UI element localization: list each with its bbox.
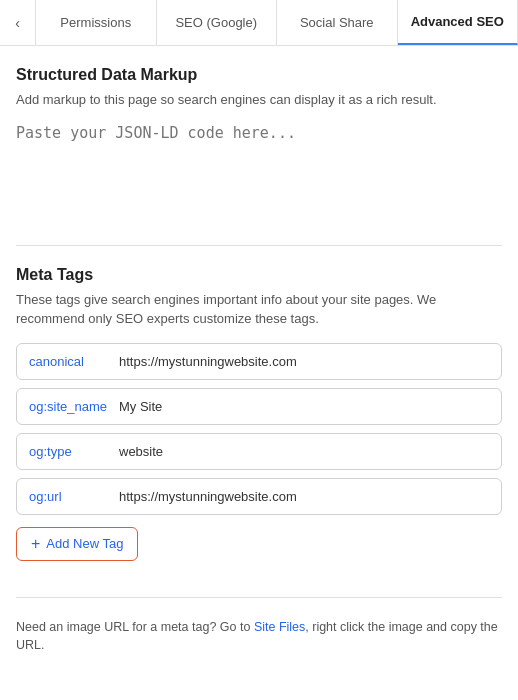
meta-tag-row-og-url[interactable]: og:url https://mystunningwebsite.com xyxy=(16,478,502,515)
meta-tags-title: Meta Tags xyxy=(16,266,502,284)
tab-advanced-seo[interactable]: Advanced SEO xyxy=(398,0,519,45)
footer-note-before: Need an image URL for a meta tag? Go to xyxy=(16,620,254,634)
json-ld-input[interactable] xyxy=(16,122,502,222)
back-icon: ‹ xyxy=(15,15,20,31)
meta-tag-row-canonical[interactable]: canonical https://mystunningwebsite.com xyxy=(16,343,502,380)
tab-seo-google[interactable]: SEO (Google) xyxy=(157,0,278,45)
meta-tag-value-og-url: https://mystunningwebsite.com xyxy=(119,489,297,504)
add-new-tag-button[interactable]: + Add New Tag xyxy=(16,527,138,561)
meta-tags-desc: These tags give search engines important… xyxy=(16,290,502,329)
tab-bar: ‹ Permissions SEO (Google) Social Share … xyxy=(0,0,518,46)
meta-tag-key-og-site-name: og:site_name xyxy=(29,399,119,414)
site-files-link[interactable]: Site Files xyxy=(254,620,305,634)
structured-data-section: Structured Data Markup Add markup to thi… xyxy=(16,66,502,225)
structured-data-desc: Add markup to this page so search engine… xyxy=(16,90,502,110)
meta-tag-key-og-url: og:url xyxy=(29,489,119,504)
meta-tag-value-og-site-name: My Site xyxy=(119,399,162,414)
meta-tag-row-og-type[interactable]: og:type website xyxy=(16,433,502,470)
section-divider xyxy=(16,245,502,246)
tab-social-share[interactable]: Social Share xyxy=(277,0,398,45)
plus-icon: + xyxy=(31,536,40,552)
tab-permissions[interactable]: Permissions xyxy=(36,0,157,45)
footer-divider xyxy=(16,597,502,598)
structured-data-title: Structured Data Markup xyxy=(16,66,502,84)
footer-note: Need an image URL for a meta tag? Go to … xyxy=(16,618,502,656)
meta-tag-key-canonical: canonical xyxy=(29,354,119,369)
meta-tag-value-og-type: website xyxy=(119,444,163,459)
meta-tag-row-og-site-name[interactable]: og:site_name My Site xyxy=(16,388,502,425)
meta-tag-value-canonical: https://mystunningwebsite.com xyxy=(119,354,297,369)
main-content: Structured Data Markup Add markup to thi… xyxy=(0,46,518,675)
meta-tags-section: Meta Tags These tags give search engines… xyxy=(16,266,502,656)
add-tag-label: Add New Tag xyxy=(46,536,123,551)
meta-tag-key-og-type: og:type xyxy=(29,444,119,459)
back-button[interactable]: ‹ xyxy=(0,0,36,45)
